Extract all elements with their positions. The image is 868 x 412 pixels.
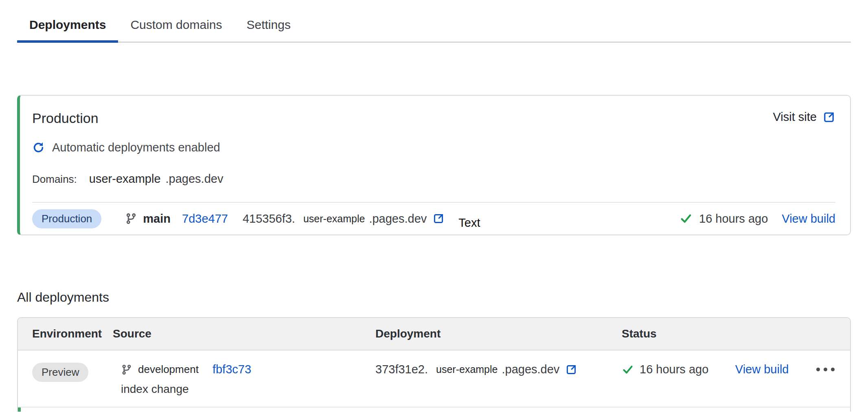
ellipsis-icon[interactable] [815, 365, 835, 374]
table-row: Preview development fbf3c73 index change [18, 351, 850, 408]
domains-label: Domains: [32, 173, 77, 186]
page: Deployments Custom domains Settings Prod… [0, 11, 868, 412]
visit-site-link[interactable]: Visit site [773, 110, 835, 124]
column-header-status: Status [622, 327, 850, 340]
external-link-icon [822, 111, 835, 124]
domain-suffix: .pages.dev [166, 172, 224, 186]
deploy-time: 16 hours ago [640, 363, 708, 376]
deployments-table: Environment Source Deployment Status Pre… [17, 317, 851, 412]
domain-name: user-example [89, 172, 161, 186]
all-deployments-title: All deployments [17, 290, 851, 305]
git-branch-icon [121, 364, 132, 375]
check-icon [622, 364, 634, 376]
refresh-icon [32, 141, 45, 154]
auto-deploy-text: Automatic deployments enabled [52, 141, 220, 154]
next-row-partial [18, 408, 850, 412]
column-header-deployment: Deployment [375, 327, 622, 340]
view-build-link[interactable]: View build [735, 363, 789, 376]
deployment-id: 415356f3. [243, 212, 295, 226]
table-header-row: Environment Source Deployment Status [18, 318, 850, 351]
environment-badge: Production [32, 209, 101, 228]
column-header-environment: Environment [32, 327, 113, 340]
deployment-name: user-example [436, 364, 498, 375]
commit-message: index change [121, 383, 375, 396]
git-branch-icon [125, 213, 137, 225]
deployment-suffix: .pages.dev [502, 363, 559, 376]
external-link-icon[interactable] [565, 364, 577, 376]
deploy-time: 16 hours ago [699, 212, 768, 226]
deployment-suffix: .pages.dev [369, 212, 427, 226]
environment-badge: Preview [32, 363, 88, 382]
production-deployment-row: Production main 7d3e477 415356f3. user-e… [20, 203, 850, 234]
tab-bar: Deployments Custom domains Settings [17, 11, 851, 43]
production-row-accent [18, 408, 21, 412]
view-build-link[interactable]: View build [782, 212, 835, 226]
branch-name: development [138, 363, 199, 376]
tab-custom-domains[interactable]: Custom domains [118, 11, 234, 42]
production-card: Production Visit site [17, 95, 851, 235]
external-link-icon[interactable] [432, 213, 445, 225]
tab-settings[interactable]: Settings [234, 11, 302, 42]
deployment-id: 373f31e2. [375, 363, 428, 376]
branch-name: main [143, 212, 171, 226]
check-icon [679, 212, 693, 225]
commit-link[interactable]: 7d3e477 [182, 212, 228, 226]
deployment-name: user-example [303, 213, 365, 225]
visit-site-label: Visit site [773, 110, 817, 124]
tab-deployments[interactable]: Deployments [17, 11, 118, 43]
production-card-title: Production [32, 110, 99, 126]
note-label: Text [458, 216, 480, 230]
commit-link[interactable]: fbf3c73 [213, 363, 251, 376]
column-header-source: Source [113, 327, 375, 340]
